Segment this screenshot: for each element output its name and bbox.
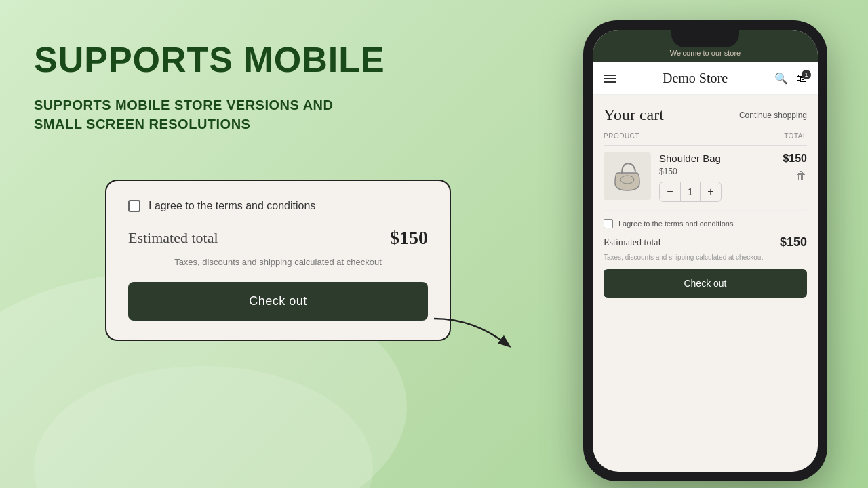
qty-plus-button[interactable]: + bbox=[701, 182, 721, 201]
phone-estimated-label: Estimated total bbox=[604, 237, 660, 248]
phone-checkout-button[interactable]: Check out bbox=[604, 269, 807, 298]
product-image bbox=[604, 152, 651, 200]
arrow-connector bbox=[427, 312, 522, 352]
qty-minus-button[interactable]: − bbox=[660, 182, 680, 201]
checkout-button[interactable]: Check out bbox=[128, 282, 428, 321]
phone-notch bbox=[671, 30, 739, 47]
total-amount: $150 bbox=[390, 227, 428, 249]
zoom-card: I agree to the terms and conditions Esti… bbox=[105, 180, 451, 341]
product-col-header: PRODUCT bbox=[604, 132, 639, 140]
delete-button[interactable]: 🗑 bbox=[796, 170, 807, 182]
total-row: Estimated total $150 bbox=[128, 227, 428, 249]
bag-svg bbox=[612, 159, 642, 193]
hamburger-menu-icon[interactable] bbox=[604, 75, 616, 83]
terms-row: I agree to the terms and conditions bbox=[128, 200, 428, 212]
product-price: $150 bbox=[659, 167, 774, 176]
phone-frame: Welcome to our store Demo Store 🔍 🛍 1 bbox=[583, 20, 827, 481]
phone-cart-content: Your cart Continue shopping PRODUCT TOTA… bbox=[593, 95, 818, 308]
phone-header: Demo Store 🔍 🛍 1 bbox=[593, 62, 818, 95]
cart-icon[interactable]: 🛍 1 bbox=[796, 73, 807, 85]
phone-total-amount: $150 bbox=[780, 235, 807, 249]
product-total: $150 bbox=[783, 152, 807, 165]
product-name: Shoulder Bag bbox=[659, 152, 774, 164]
left-section: SUPPORTS MOBILE SUPPORTS MOBILE STORE VE… bbox=[34, 41, 441, 167]
quantity-control: − 1 + bbox=[659, 182, 722, 202]
phone-terms-checkbox[interactable] bbox=[604, 219, 613, 228]
product-info: Shoulder Bag $150 − 1 + bbox=[659, 152, 774, 202]
qty-value: 1 bbox=[680, 182, 701, 201]
product-row: Shoulder Bag $150 − 1 + $150 🗑 bbox=[604, 152, 807, 211]
phone-terms-label: I agree to the terms and conditions bbox=[618, 220, 733, 228]
main-title: SUPPORTS MOBILE bbox=[34, 41, 441, 79]
cart-header-row: Your cart Continue shopping bbox=[604, 106, 807, 124]
terms-label: I agree to the terms and conditions bbox=[149, 200, 315, 212]
estimated-total-label: Estimated total bbox=[128, 229, 218, 247]
header-icons: 🔍 🛍 1 bbox=[774, 72, 807, 85]
search-icon[interactable]: 🔍 bbox=[774, 72, 788, 85]
terms-checkbox[interactable] bbox=[128, 200, 140, 212]
phone-screen: Welcome to our store Demo Store 🔍 🛍 1 bbox=[593, 30, 818, 472]
product-row-right: $150 🗑 bbox=[783, 152, 807, 182]
phone-terms-row: I agree to the terms and conditions bbox=[604, 219, 807, 228]
subtitle: SUPPORTS MOBILE STORE VERSIONS AND SMALL… bbox=[34, 96, 441, 134]
continue-shopping-link[interactable]: Continue shopping bbox=[739, 110, 807, 120]
tax-note: Taxes, discounts and shipping calculated… bbox=[128, 257, 428, 267]
phone-total-row: Estimated total $150 bbox=[604, 235, 807, 249]
store-name: Demo Store bbox=[663, 70, 728, 86]
cart-title: Your cart bbox=[604, 106, 664, 124]
total-col-header: TOTAL bbox=[784, 132, 807, 140]
table-header: PRODUCT TOTAL bbox=[604, 132, 807, 146]
phone-mockup: Welcome to our store Demo Store 🔍 🛍 1 bbox=[583, 20, 827, 481]
phone-tax-note: Taxes, discounts and shipping calculated… bbox=[604, 253, 807, 261]
